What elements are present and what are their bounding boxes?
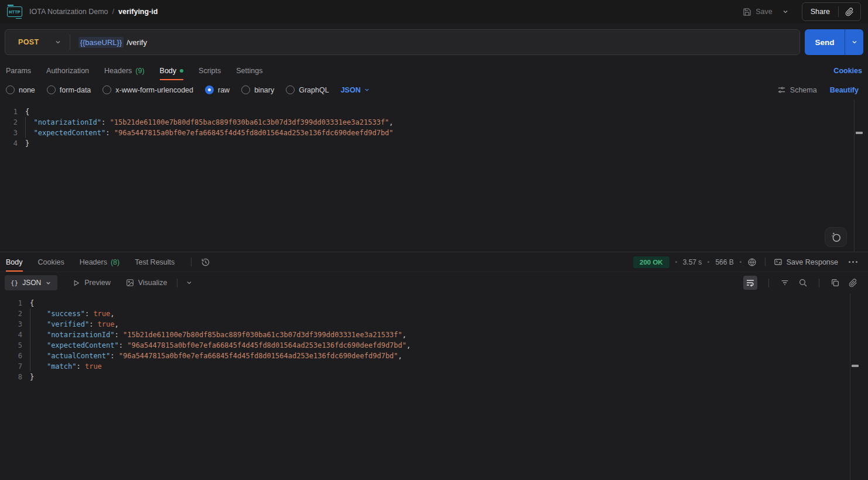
- response-tab-test-results[interactable]: Test Results: [135, 252, 175, 272]
- response-history-button[interactable]: [201, 258, 210, 267]
- preview-label: Preview: [84, 279, 110, 287]
- app-window: HTTP IOTA Notarization Demo / verifying-…: [0, 0, 868, 480]
- postbot-sparkle-icon: [831, 232, 842, 243]
- code-line: 5 "expectedContent": "96a5447815a0bf0e7e…: [0, 340, 868, 351]
- wrap-text-button[interactable]: [743, 276, 757, 290]
- raw-language-dropdown[interactable]: JSON: [341, 86, 370, 94]
- url-input-container: POST {{baseURL}} /verify: [5, 29, 800, 55]
- save-button[interactable]: Save: [738, 4, 777, 20]
- copy-link-button[interactable]: [839, 8, 860, 16]
- paperclip-icon: [845, 8, 854, 16]
- code-line: 1{: [0, 298, 868, 308]
- code-line: 2 "notarizationId": "15b21de61100e7b80df…: [0, 117, 868, 128]
- preview-button[interactable]: Preview: [73, 279, 110, 287]
- url-divider: [70, 35, 70, 50]
- code-line: 8}: [0, 372, 868, 382]
- send-options-chevron[interactable]: [845, 29, 863, 55]
- url-input[interactable]: {{baseURL}} /verify: [73, 37, 147, 48]
- globe-icon: [747, 258, 757, 267]
- code-line: 4}: [0, 138, 868, 149]
- breadcrumb-request-name[interactable]: verifying-id: [118, 8, 158, 16]
- chevron-down-icon: [45, 280, 52, 286]
- history-icon: [201, 258, 210, 267]
- sliders-icon: [777, 85, 786, 94]
- status-badge[interactable]: 200 OK: [633, 256, 669, 268]
- paperclip-icon: [849, 279, 857, 287]
- schema-label: Schema: [790, 86, 817, 94]
- schema-button[interactable]: Schema: [777, 85, 817, 94]
- more-options-icon[interactable]: [846, 259, 860, 265]
- response-tab-body[interactable]: Body: [6, 252, 23, 272]
- play-icon: [73, 279, 80, 287]
- request-header-bar: HTTP IOTA Notarization Demo / verifying-…: [0, 0, 868, 23]
- body-option-form-data[interactable]: form-data: [47, 85, 91, 94]
- radio-icon: [102, 85, 111, 94]
- request-body-editor[interactable]: 1{2 "notarizationId": "15b21de61100e7b80…: [0, 100, 868, 252]
- beautify-button[interactable]: Beautify: [830, 86, 859, 94]
- response-format-dropdown[interactable]: {} JSON: [5, 275, 57, 290]
- response-body-editor[interactable]: 1{2 "success": true,3 "verified": true,4…: [0, 293, 868, 480]
- request-editor-scrollbar[interactable]: [854, 100, 863, 252]
- scrollbar-handle[interactable]: [852, 365, 859, 367]
- visualize-label: Visualize: [138, 279, 168, 287]
- body-option-x-www-form-urlencoded[interactable]: x-www-form-urlencoded: [102, 85, 193, 94]
- raw-language-label: JSON: [341, 86, 361, 94]
- body-option-raw[interactable]: raw: [205, 85, 230, 94]
- code-line: 3 "verified": true,: [0, 319, 868, 330]
- save-options-dropdown[interactable]: [777, 5, 794, 19]
- share-button[interactable]: Share: [802, 8, 838, 16]
- body-option-graphql[interactable]: GraphQL: [286, 85, 329, 94]
- body-option-none[interactable]: none: [6, 85, 35, 94]
- method-chevron-down-icon[interactable]: [54, 39, 61, 46]
- response-tabs: BodyCookiesHeaders(8)Test Results 200 OK…: [0, 252, 868, 272]
- request-tab-settings[interactable]: Settings: [236, 61, 262, 80]
- request-tab-scripts[interactable]: Scripts: [199, 61, 221, 80]
- postbot-button[interactable]: [825, 227, 847, 247]
- code-line: 4 "notarizationId": "15b21de61100e7b80df…: [0, 330, 868, 340]
- code-line: 7 "match": true: [0, 361, 868, 372]
- network-globe-button[interactable]: [747, 258, 757, 267]
- url-path[interactable]: /verify: [127, 38, 147, 47]
- body-option-binary[interactable]: binary: [241, 85, 274, 94]
- filter-icon: [780, 278, 790, 287]
- meta-dot: [708, 261, 709, 263]
- meta-dot: [675, 261, 677, 263]
- response-editor-scrollbar[interactable]: [850, 293, 858, 480]
- response-size[interactable]: 566 B: [715, 258, 733, 266]
- request-tab-params[interactable]: Params: [6, 61, 31, 80]
- image-icon: [126, 279, 134, 287]
- search-button[interactable]: [798, 278, 808, 287]
- save-response-label: Save Response: [787, 258, 838, 266]
- method-selector[interactable]: POST: [5, 38, 39, 46]
- request-tab-authorization[interactable]: Authorization: [46, 61, 89, 80]
- save-response-button[interactable]: Save Response: [774, 258, 838, 266]
- filter-button[interactable]: [780, 278, 790, 287]
- visualize-button[interactable]: Visualize: [126, 279, 168, 287]
- breadcrumb-collection[interactable]: IOTA Notarization Demo: [29, 8, 108, 16]
- response-tab-cookies[interactable]: Cookies: [38, 252, 64, 272]
- toolbar-divider: [177, 279, 177, 287]
- response-meta: 200 OK 3.57 s 566 B Save Response: [633, 256, 862, 268]
- response-link-button[interactable]: [849, 279, 857, 287]
- response-time[interactable]: 3.57 s: [683, 258, 702, 266]
- meta-divider: [765, 258, 766, 266]
- radio-icon: [286, 85, 295, 94]
- chevron-down-icon: [364, 87, 370, 93]
- url-environment-variable[interactable]: {{baseURL}}: [78, 37, 124, 48]
- cookies-link[interactable]: Cookies: [833, 67, 862, 75]
- body-type-options: noneform-datax-www-form-urlencodedrawbin…: [0, 80, 868, 100]
- request-tabs: ParamsAuthorizationHeaders(9)BodyScripts…: [0, 61, 868, 80]
- code-line: 2 "success": true,: [0, 308, 868, 319]
- code-line: 3 "expectedContent": "96a5447815a0bf0e7e…: [0, 128, 868, 138]
- more-views-chevron[interactable]: [186, 279, 193, 286]
- request-tab-headers[interactable]: Headers(9): [104, 61, 145, 80]
- save-icon: [743, 8, 751, 16]
- wrap-text-icon: [746, 278, 755, 287]
- toolbar-divider: [819, 279, 819, 287]
- copy-response-button[interactable]: [831, 278, 840, 287]
- send-button[interactable]: Send: [805, 29, 845, 55]
- scrollbar-handle[interactable]: [856, 132, 863, 134]
- response-tab-headers[interactable]: Headers(8): [80, 252, 120, 272]
- breadcrumb-separator: /: [112, 8, 114, 16]
- request-tab-body[interactable]: Body: [160, 61, 184, 80]
